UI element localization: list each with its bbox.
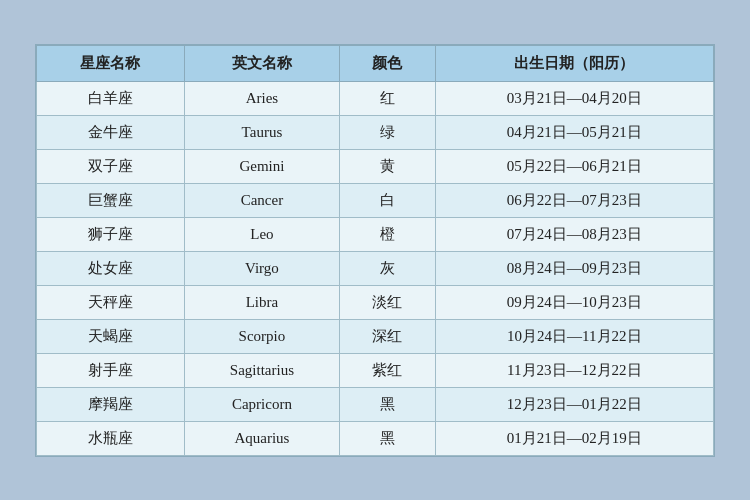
cell-english-name: Sagittarius	[184, 353, 339, 387]
cell-chinese-name: 金牛座	[37, 115, 185, 149]
cell-english-name: Gemini	[184, 149, 339, 183]
table-row: 双子座Gemini黄05月22日—06月21日	[37, 149, 714, 183]
table-row: 处女座Virgo灰08月24日—09月23日	[37, 251, 714, 285]
cell-chinese-name: 射手座	[37, 353, 185, 387]
header-english-name: 英文名称	[184, 45, 339, 81]
table-row: 狮子座Leo橙07月24日—08月23日	[37, 217, 714, 251]
cell-english-name: Aquarius	[184, 421, 339, 455]
cell-birth-dates: 07月24日—08月23日	[435, 217, 713, 251]
cell-color: 绿	[339, 115, 435, 149]
zodiac-table-container: 星座名称 英文名称 颜色 出生日期（阳历） 白羊座Aries红03月21日—04…	[35, 44, 715, 457]
table-header-row: 星座名称 英文名称 颜色 出生日期（阳历）	[37, 45, 714, 81]
cell-english-name: Capricorn	[184, 387, 339, 421]
cell-color: 白	[339, 183, 435, 217]
table-row: 天秤座Libra淡红09月24日—10月23日	[37, 285, 714, 319]
cell-chinese-name: 狮子座	[37, 217, 185, 251]
cell-english-name: Taurus	[184, 115, 339, 149]
cell-birth-dates: 03月21日—04月20日	[435, 81, 713, 115]
cell-chinese-name: 处女座	[37, 251, 185, 285]
cell-birth-dates: 08月24日—09月23日	[435, 251, 713, 285]
header-color: 颜色	[339, 45, 435, 81]
cell-english-name: Scorpio	[184, 319, 339, 353]
cell-chinese-name: 白羊座	[37, 81, 185, 115]
cell-birth-dates: 12月23日—01月22日	[435, 387, 713, 421]
cell-birth-dates: 09月24日—10月23日	[435, 285, 713, 319]
cell-color: 淡红	[339, 285, 435, 319]
cell-chinese-name: 巨蟹座	[37, 183, 185, 217]
cell-color: 黄	[339, 149, 435, 183]
cell-english-name: Virgo	[184, 251, 339, 285]
table-row: 金牛座Taurus绿04月21日—05月21日	[37, 115, 714, 149]
cell-birth-dates: 04月21日—05月21日	[435, 115, 713, 149]
table-row: 巨蟹座Cancer白06月22日—07月23日	[37, 183, 714, 217]
cell-birth-dates: 11月23日—12月22日	[435, 353, 713, 387]
cell-chinese-name: 摩羯座	[37, 387, 185, 421]
cell-color: 灰	[339, 251, 435, 285]
cell-color: 紫红	[339, 353, 435, 387]
cell-chinese-name: 水瓶座	[37, 421, 185, 455]
cell-english-name: Cancer	[184, 183, 339, 217]
cell-birth-dates: 10月24日—11月22日	[435, 319, 713, 353]
table-row: 天蝎座Scorpio深红10月24日—11月22日	[37, 319, 714, 353]
table-body: 白羊座Aries红03月21日—04月20日金牛座Taurus绿04月21日—0…	[37, 81, 714, 455]
cell-english-name: Libra	[184, 285, 339, 319]
cell-color: 黑	[339, 421, 435, 455]
cell-color: 红	[339, 81, 435, 115]
table-row: 射手座Sagittarius紫红11月23日—12月22日	[37, 353, 714, 387]
cell-english-name: Aries	[184, 81, 339, 115]
table-row: 白羊座Aries红03月21日—04月20日	[37, 81, 714, 115]
cell-birth-dates: 05月22日—06月21日	[435, 149, 713, 183]
cell-birth-dates: 01月21日—02月19日	[435, 421, 713, 455]
table-row: 摩羯座Capricorn黑12月23日—01月22日	[37, 387, 714, 421]
zodiac-table: 星座名称 英文名称 颜色 出生日期（阳历） 白羊座Aries红03月21日—04…	[36, 45, 714, 456]
cell-chinese-name: 天秤座	[37, 285, 185, 319]
cell-color: 橙	[339, 217, 435, 251]
table-row: 水瓶座Aquarius黑01月21日—02月19日	[37, 421, 714, 455]
cell-chinese-name: 天蝎座	[37, 319, 185, 353]
cell-english-name: Leo	[184, 217, 339, 251]
cell-color: 深红	[339, 319, 435, 353]
cell-color: 黑	[339, 387, 435, 421]
header-birth-date: 出生日期（阳历）	[435, 45, 713, 81]
cell-birth-dates: 06月22日—07月23日	[435, 183, 713, 217]
cell-chinese-name: 双子座	[37, 149, 185, 183]
header-chinese-name: 星座名称	[37, 45, 185, 81]
